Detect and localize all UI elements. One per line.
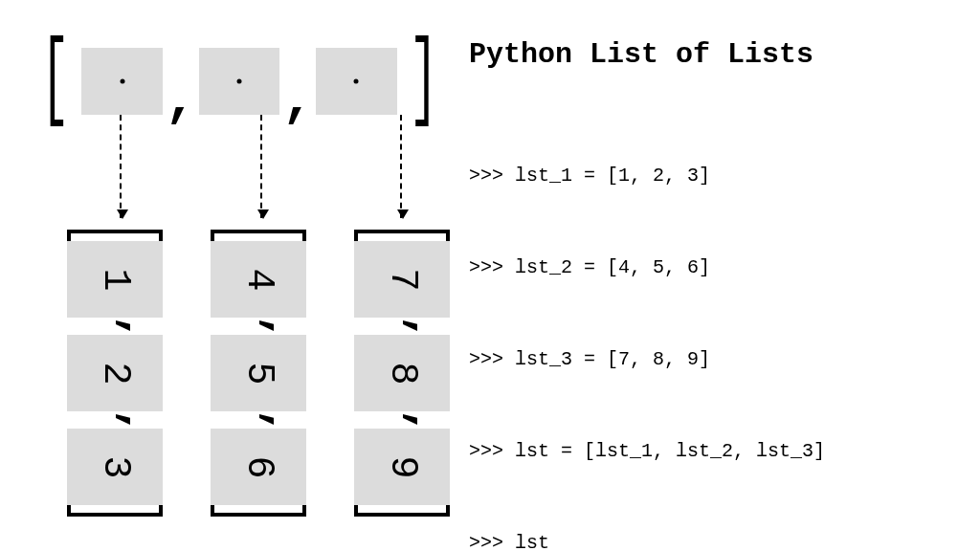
list-item: 1 [67,241,163,318]
open-bracket-icon [211,230,306,241]
comma-icon: , [118,315,135,342]
inner-list-0: 1 , 2 , 3 [67,230,163,517]
comma-icon: , [261,408,278,435]
close-bracket-icon: ] [409,43,437,121]
code-line: >>> lst_1 = [1, 2, 3] [469,161,967,191]
comma-icon: , [405,408,422,435]
close-bracket-icon [354,505,450,517]
ref-dot-icon [354,79,359,84]
list-item: 6 [211,429,306,505]
open-bracket-icon [354,230,450,241]
list-item: 5 [211,335,306,411]
inner-lists-group: 1 , 2 , 3 4 , 5 , 6 7 , 8 , 9 [67,230,450,517]
list-item: 3 [67,429,163,505]
list-item: 2 [67,335,163,411]
outer-list-row: [ , , ] [29,38,450,124]
list-item: 8 [354,335,450,411]
comma-icon: , [405,315,422,342]
list-item: 9 [354,429,450,505]
reference-arrow-icon [400,115,402,218]
inner-list-1: 4 , 5 , 6 [211,230,306,517]
close-bracket-icon [67,505,163,517]
close-bracket-icon [211,505,306,517]
page-title: Python List of Lists [469,38,967,71]
outer-slot-2 [316,48,397,115]
code-line: >>> lst [469,528,967,551]
comma-icon: , [261,315,278,342]
code-line: >>> lst_2 = [4, 5, 6] [469,253,967,283]
reference-arrow-icon [260,115,262,218]
comma-icon: , [118,408,135,435]
list-item: 7 [354,241,450,318]
comma-icon: , [281,70,314,131]
inner-list-2: 7 , 8 , 9 [354,230,450,517]
ref-dot-icon [120,79,124,84]
outer-slot-1 [199,48,280,115]
list-item: 4 [211,241,306,318]
comma-icon: , [165,70,197,131]
outer-slot-0 [81,48,163,115]
open-bracket-icon: [ [40,43,69,121]
list-of-lists-diagram: [ , , ] 1 , 2 , 3 4 , 5 , 6 [29,38,450,536]
ref-dot-icon [237,79,242,84]
code-line: >>> lst_3 = [7, 8, 9] [469,344,967,375]
code-line: >>> lst = [lst_1, lst_2, lst_3] [469,436,967,467]
code-panel: Python List of Lists >>> lst_1 = [1, 2, … [469,38,967,551]
open-bracket-icon [67,230,163,241]
code-block: >>> lst_1 = [1, 2, 3] >>> lst_2 = [4, 5,… [469,99,967,551]
reference-arrow-icon [120,115,122,218]
